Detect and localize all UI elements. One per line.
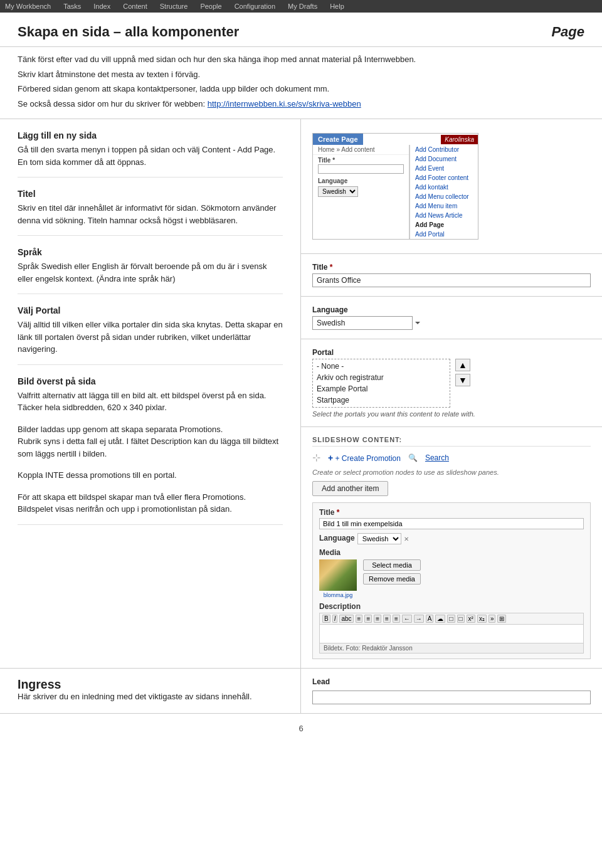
cp-menu-add-news[interactable]: Add News Article [410,211,478,220]
page-subtitle: Page [551,24,584,40]
desc-img2[interactable]: □ [457,615,465,623]
desc-img1[interactable]: □ [447,615,455,623]
cp-title-input[interactable] [318,164,404,174]
cp-title-label: Title * [313,155,409,164]
desc-sub[interactable]: x₂ [477,615,487,623]
create-promotion-label: + Create Promotion [335,454,401,463]
portal-listbox[interactable]: - None - Arkiv och registratur Example P… [312,359,450,408]
intro-link[interactable]: http://internwebben.ki.se/sv/skriva-webb… [208,99,361,109]
portal-scroll-up[interactable]: ▲ [455,359,470,371]
toolbar-item-tasks[interactable]: Tasks [63,3,81,10]
desc-align1[interactable]: ≡ [356,615,363,623]
cp-menu-add-collector[interactable]: Add Menu collector [410,192,478,201]
ingress-right: Lead [301,669,602,713]
portal-help-text: Select the portals you want this content… [312,410,591,418]
right-column: Create Page Karolinska Home » Add conten… [301,119,602,668]
search-icon: 🔍 [408,453,418,462]
lagg-till-heading: Lägg till en ny sida [18,130,283,140]
toolbar-item-configuration[interactable]: Configuration [235,3,275,10]
cp-menu-add-footer[interactable]: Add Footer content [410,173,478,183]
cp-menu-add-page[interactable]: Add Page [410,220,478,230]
create-page-header: Create Page [313,134,363,145]
language-select[interactable]: Swedish [312,316,413,330]
portal-option-startpage[interactable]: Startpage [313,394,450,406]
desc-abc[interactable]: abc [339,615,353,623]
intro-line-3: Förbered sidan genom att skapa kontaktpe… [18,83,584,95]
bild-text-1: Valfritt alternativ att lägga till en bi… [18,389,283,414]
desc-align5[interactable]: ≡ [393,615,400,623]
portal-field-section: Portal - None - Arkiv och registratur Ex… [301,339,602,427]
portal-option-arkiv[interactable]: Arkiv och registratur [313,372,450,383]
bild-text-2: Bilder laddas upp genom att skapa separa… [18,423,283,436]
cp-menu-add-menuitem[interactable]: Add Menu item [410,201,478,211]
cp-menu-add-contributor[interactable]: Add Contributor [410,145,478,154]
sprak-section: Språk Språk Swedish eller English är för… [18,236,283,294]
toolbar-item-content[interactable]: Content [123,3,147,10]
move-handle-icon[interactable]: ⊹ [312,452,320,463]
search-link[interactable]: Search [425,453,449,462]
toolbar-item-index[interactable]: Index [93,3,110,10]
desc-fwd[interactable]: → [414,615,424,623]
promo-media-row: blomma.jpg Select media Remove media [319,559,584,598]
add-another-button[interactable]: Add another item [312,481,388,496]
bild-section: Bild överst på sida Valfritt alternativ … [18,365,283,525]
portal-option-none[interactable]: - None - [313,361,450,372]
promo-title-label: Title * [319,508,584,517]
cp-lang-select[interactable]: Swedish [318,186,358,197]
language-field-section: Language Swedish [301,297,602,339]
lead-input[interactable] [312,691,591,704]
desc-sup[interactable]: x² [467,615,475,623]
titel-section: Titel Skriv en titel där innehållet är i… [18,177,283,236]
remove-media-button[interactable]: Remove media [363,573,421,585]
desc-bold[interactable]: B [322,615,330,623]
ingress-text: Här skriver du en inledning med det vikt… [18,692,283,701]
select-media-button[interactable]: Select media [363,559,421,571]
description-content-area[interactable] [319,625,584,643]
portal-option-example[interactable]: Example Portal [313,383,450,394]
cp-menu-add-document[interactable]: Add Document [410,154,478,164]
lagg-till-section: Lägg till en ny sida Gå till den svarta … [18,119,283,177]
promo-lang-select[interactable]: Swedish [357,533,401,544]
ingress-section: Ingress Här skriver du en inledning med … [0,668,602,713]
titel-text: Skriv en titel där innehållet är informa… [18,202,283,226]
slideshow-help-text: Create or select promotion nodes to use … [312,468,591,476]
page-footer: 6 [0,713,602,739]
title-required-marker: * [330,263,333,272]
create-promotion-link[interactable]: + + Create Promotion [328,453,401,463]
portal-scroll-down[interactable]: ▼ [455,374,470,386]
portal-section: Välj Portal Välj alltid till vilken elle… [18,294,283,365]
cp-menu-add-kontakt[interactable]: Add kontakt [410,183,478,192]
page-title: Skapa en sida – alla komponenter [18,24,239,40]
desc-grid[interactable]: ⊞ [497,615,506,623]
intro-line-4: Se också dessa sidor om hur du skriver f… [18,98,584,110]
sprak-heading: Språk [18,247,283,257]
toolbar-item-people[interactable]: People [200,3,221,10]
bild-text-3: Rubrik syns i detta fall ej utåt. I fält… [18,435,283,460]
title-field-label: Title * [312,263,591,272]
cp-lang-label: Language [313,176,409,185]
title-input[interactable] [312,273,591,287]
intro-block: Tänk först efter vad du vill uppnå med s… [0,47,602,119]
promo-item: Title * Language Swedish ✕ Media [312,502,591,659]
desc-align3[interactable]: ≡ [374,615,381,623]
plus-icon: + [328,453,333,463]
promo-title-input[interactable] [319,518,584,529]
toolbar-item-my-drafts[interactable]: My Drafts [288,3,317,10]
toolbar-item-my-workbench[interactable]: My Workbench [5,3,51,10]
page-header: Skapa en sida – alla komponenter Page [0,13,602,47]
desc-italic[interactable]: I [332,615,338,623]
cp-menu-add-portal[interactable]: Add Portal [410,230,478,239]
portal-heading: Välj Portal [18,305,283,315]
slideshow-add-row: ⊹ + + Create Promotion 🔍 Search [312,452,591,463]
desc-align4[interactable]: ≡ [383,615,391,623]
cp-menu-add-event[interactable]: Add Event [410,164,478,173]
desc-color[interactable]: A [426,615,434,623]
media-thumbnail [319,559,357,591]
desc-cloud[interactable]: ☁ [435,615,445,623]
desc-quote[interactable]: » [488,615,496,623]
toolbar-item-help[interactable]: Help [330,3,344,10]
desc-align2[interactable]: ≡ [364,615,372,623]
desc-back[interactable]: ← [402,615,412,623]
toolbar-item-structure[interactable]: Structure [160,3,188,10]
lead-field-label: Lead [312,677,591,686]
